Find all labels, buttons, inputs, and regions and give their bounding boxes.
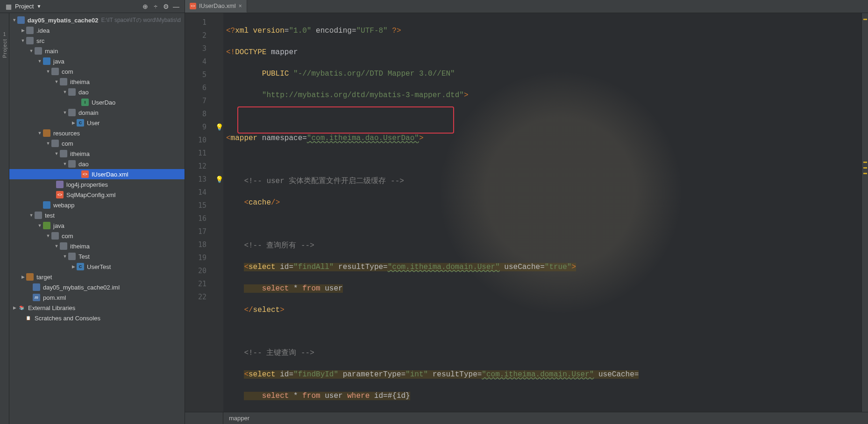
line-number-gutter: 12345678910111213141516171819202122 xyxy=(185,13,215,412)
editor-tabs: <> IUserDao.xml × xyxy=(185,0,868,13)
interface-icon: I xyxy=(81,99,89,106)
folder-icon xyxy=(26,27,34,34)
project-panel-title: Project xyxy=(15,3,34,10)
hint-gutter: 💡 💡 xyxy=(215,13,223,412)
resources-folder-icon xyxy=(43,129,50,137)
intention-bulb-icon[interactable]: 💡 xyxy=(215,173,223,186)
code-area[interactable]: <?xml version="1.0" encoding="UTF-8" ?> … xyxy=(223,13,861,412)
module-icon xyxy=(17,16,24,24)
tree-domain[interactable]: ▼domain xyxy=(9,107,185,118)
top-bar: ▦ Project ▼ ⊕ ÷ ⚙ — <> IUserDao.xml × xyxy=(0,0,868,13)
gear-icon[interactable]: ⚙ xyxy=(162,3,170,10)
project-panel-header: ▦ Project ▼ ⊕ ÷ ⚙ — xyxy=(0,0,185,13)
breadcrumb-item[interactable]: mapper xyxy=(223,415,255,422)
tree-usertest[interactable]: ▶CUserTest xyxy=(9,261,185,272)
tree-itheima3[interactable]: ▼itheima xyxy=(9,241,185,251)
tree-java[interactable]: ▼java xyxy=(9,56,185,66)
package-icon xyxy=(68,88,76,96)
editor-breadcrumbs: mapper xyxy=(185,412,868,424)
test-folder-icon xyxy=(43,222,50,229)
folder-icon xyxy=(35,212,42,219)
tree-webapp[interactable]: webapp xyxy=(9,200,185,210)
intention-bulb-icon[interactable]: 💡 xyxy=(215,120,223,134)
chevron-down-icon[interactable]: ▼ xyxy=(36,4,41,9)
package-icon xyxy=(68,109,76,116)
maven-file-icon: m xyxy=(33,294,40,301)
tab-label: IUserDao.xml xyxy=(199,2,236,9)
tree-userdao[interactable]: IUserDao xyxy=(9,97,185,107)
xml-file-icon: <> xyxy=(56,191,64,198)
tool-strip-number: 1 xyxy=(3,32,6,37)
excluded-folder-icon xyxy=(26,273,34,281)
minimize-icon[interactable]: — xyxy=(172,3,180,10)
source-folder-icon xyxy=(43,57,50,65)
project-tree[interactable]: ▼ day05_mybatis_cache02 E:\IT space\ITの … xyxy=(9,13,185,424)
tree-main[interactable]: ▼main xyxy=(9,46,185,56)
folder-icon xyxy=(35,47,42,55)
module-file-icon xyxy=(33,283,40,291)
tree-com2[interactable]: ▼com xyxy=(9,138,185,148)
tree-sqlmap[interactable]: <>SqlMapConfig.xml xyxy=(9,190,185,200)
tree-target[interactable]: ▶target xyxy=(9,272,185,282)
tree-test[interactable]: ▼test xyxy=(9,210,185,220)
tree-Test[interactable]: ▼Test xyxy=(9,251,185,261)
scratches-icon: 📋 xyxy=(24,314,32,322)
folder-icon xyxy=(26,37,34,44)
xml-file-icon: <> xyxy=(81,170,89,178)
package-icon xyxy=(51,68,59,75)
package-icon xyxy=(68,253,76,260)
tree-itheima2[interactable]: ▼itheima xyxy=(9,148,185,159)
tree-idea[interactable]: ▶.idea xyxy=(9,25,185,35)
tree-scratches[interactable]: 📋Scratches and Consoles xyxy=(9,313,185,323)
folder-icon xyxy=(51,140,59,147)
tree-com3[interactable]: ▼com xyxy=(9,231,185,241)
tree-log4j[interactable]: log4j.properties xyxy=(9,179,185,190)
folder-icon xyxy=(60,150,67,157)
package-icon xyxy=(51,232,59,240)
project-icon: ▦ xyxy=(5,3,12,10)
tree-itheima[interactable]: ▼itheima xyxy=(9,77,185,87)
tool-strip-project[interactable]: Project xyxy=(2,39,7,58)
left-tool-strip: 1 Project xyxy=(0,13,9,424)
tree-dao2[interactable]: ▼dao xyxy=(9,159,185,169)
library-icon: 📚 xyxy=(18,304,25,311)
package-icon xyxy=(60,78,67,85)
tree-resources[interactable]: ▼resources xyxy=(9,128,185,138)
package-icon xyxy=(60,242,67,250)
tree-dao[interactable]: ▼dao xyxy=(9,87,185,97)
tab-close-icon[interactable]: × xyxy=(239,3,242,9)
class-icon: C xyxy=(77,263,84,270)
class-icon: C xyxy=(77,119,84,127)
tab-iuserdao-xml[interactable]: <> IUserDao.xml × xyxy=(185,0,247,13)
tree-external-libs[interactable]: ▶📚External Libraries xyxy=(9,303,185,313)
tree-iml[interactable]: day05_mybatis_cache02.iml xyxy=(9,282,185,292)
xml-file-icon: <> xyxy=(190,3,196,9)
tree-iuserdao-xml[interactable]: <>IUserDao.xml xyxy=(9,169,185,179)
tree-java2[interactable]: ▼java xyxy=(9,220,185,231)
collapse-icon[interactable]: ÷ xyxy=(152,3,159,10)
tree-src[interactable]: ▼src xyxy=(9,35,185,46)
editor-scrollbar[interactable] xyxy=(861,13,868,412)
web-folder-icon xyxy=(43,201,50,209)
tree-pom[interactable]: mpom.xml xyxy=(9,292,185,303)
folder-icon xyxy=(68,160,76,168)
editor: 12345678910111213141516171819202122 💡 💡 … xyxy=(185,13,868,424)
locate-icon[interactable]: ⊕ xyxy=(142,3,149,10)
tree-user[interactable]: ▶CUser xyxy=(9,118,185,128)
properties-file-icon xyxy=(56,181,64,188)
tree-com[interactable]: ▼com xyxy=(9,66,185,77)
tree-root[interactable]: ▼ day05_mybatis_cache02 E:\IT space\ITの … xyxy=(9,15,185,25)
